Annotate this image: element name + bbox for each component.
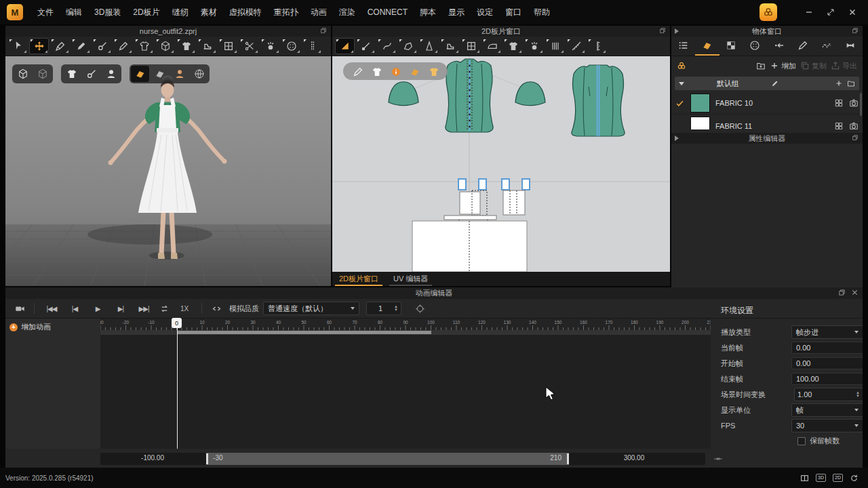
FPS-dropdown[interactable]: 30	[791, 419, 863, 432]
object-tab-arrow-pin[interactable]	[767, 37, 791, 56]
object-tab-pen[interactable]	[791, 37, 814, 56]
fabric-view-toggle[interactable]	[151, 66, 169, 82]
fabric-swatch[interactable]	[690, 94, 710, 113]
sewing-machine-tool-button[interactable]	[440, 38, 460, 54]
shirt-tool-button[interactable]	[176, 38, 196, 54]
add-group-icon[interactable]	[835, 79, 843, 87]
menu-item-显示[interactable]: 显示	[442, 0, 471, 24]
float-window-icon[interactable]	[852, 27, 860, 35]
collapse-caret-icon[interactable]	[679, 82, 684, 85]
timeline-range-bar[interactable]: -100.00 -30 210 300.00	[100, 453, 705, 465]
shirt-view-toggle[interactable]	[62, 66, 81, 82]
box3d-view-toggle[interactable]	[33, 66, 52, 82]
panel-arrow-icon[interactable]	[675, 136, 679, 141]
fabric-row[interactable]: FABRIC 10	[671, 92, 863, 115]
prev-frame-button[interactable]: |◀	[63, 305, 86, 312]
menu-item-脚本[interactable]: 脚本	[414, 0, 442, 24]
close-panel-icon[interactable]	[851, 289, 859, 296]
viewport-3d[interactable]	[5, 56, 331, 286]
fabric-overlay-button[interactable]	[407, 64, 422, 78]
badge-2d-icon[interactable]: 2D	[833, 474, 843, 482]
scrollbar-thumb[interactable]	[860, 93, 862, 116]
timeline-track-area[interactable]	[100, 335, 711, 449]
shirt-overlay-button[interactable]	[426, 64, 441, 78]
grid-tool-button[interactable]	[218, 38, 238, 54]
playhead-marker[interactable]: 0	[172, 318, 182, 328]
ruler-v-tool-button[interactable]	[587, 38, 607, 54]
object-tab-button[interactable]	[743, 37, 767, 56]
move-tool-button[interactable]	[29, 38, 49, 54]
skip-end-button[interactable]: ▶▶|	[132, 305, 155, 312]
box3d-tool-button[interactable]	[155, 38, 175, 54]
curve-tool-button[interactable]	[377, 38, 397, 54]
显示单位-dropdown[interactable]: 帧	[791, 403, 863, 417]
pin-view-toggle[interactable]	[82, 66, 100, 82]
range-window[interactable]	[206, 453, 569, 465]
menu-item-渲染[interactable]: 渲染	[333, 0, 361, 24]
tab-2d-pattern-window[interactable]: 2D板片窗口	[335, 272, 382, 286]
pen-tool-button[interactable]	[113, 38, 133, 54]
当前帧-input[interactable]: 0.00	[791, 342, 863, 354]
fabric-render-icon[interactable]	[849, 98, 859, 108]
add-animation-button[interactable]: + 增加动画	[9, 322, 96, 332]
menu-item-动画[interactable]: 动画	[304, 0, 333, 24]
menu-item-设定[interactable]: 设定	[471, 0, 499, 24]
export-fabric-button[interactable]: 导出	[831, 61, 857, 71]
tab-uv-editor[interactable]: UV 编辑器	[389, 272, 432, 286]
结束帧-input[interactable]: 100.00	[791, 373, 863, 385]
fabric-texture-icon[interactable]	[834, 121, 844, 130]
object-tab-fabric[interactable]	[695, 37, 719, 56]
info-overlay-button[interactable]	[388, 64, 403, 78]
transform-tool-button[interactable]	[335, 38, 355, 54]
menu-item-窗口[interactable]: 窗口	[499, 0, 528, 24]
grid-tool-button[interactable]	[461, 38, 481, 54]
menu-item-文件[interactable]: 文件	[31, 0, 60, 24]
track-settings-button[interactable]	[411, 304, 429, 313]
box3d-view-toggle[interactable]	[14, 66, 32, 82]
collapse-range-icon[interactable]	[713, 454, 724, 464]
fabric-row[interactable]: FABRIC 11	[671, 115, 863, 129]
style3d-badge-icon[interactable]	[760, 3, 777, 21]
badge-3d-icon[interactable]: 3D	[816, 474, 826, 482]
fabric-texture-icon[interactable]	[834, 98, 844, 108]
add-fabric-button[interactable]: 增加	[770, 61, 796, 71]
sewing-machine-tool-button[interactable]	[197, 38, 217, 54]
dart-tool-button[interactable]	[419, 38, 439, 54]
开始帧-input[interactable]: 0.00	[791, 357, 863, 369]
播放类型-dropdown[interactable]: 帧步进	[791, 325, 863, 339]
spray-tool-button[interactable]	[260, 38, 280, 54]
spray-tool-button[interactable]	[524, 38, 544, 54]
menu-item-2D板片[interactable]: 2D板片	[127, 0, 165, 24]
scissors-tool-button[interactable]	[239, 38, 259, 54]
next-frame-button[interactable]: ▶|	[109, 305, 132, 312]
zipper-tool-button[interactable]	[302, 38, 322, 54]
shirt-overlay-button[interactable]	[369, 64, 384, 78]
panel-arrow-icon[interactable]	[675, 28, 679, 34]
menu-item-缝纫[interactable]: 缝纫	[166, 0, 195, 24]
float-window-icon[interactable]	[320, 27, 328, 35]
object-tab-list[interactable]	[671, 37, 695, 56]
menu-item-重拓扑[interactable]: 重拓扑	[268, 0, 304, 24]
select-tool-button[interactable]	[8, 38, 28, 54]
menu-item-3D服装[interactable]: 3D服装	[88, 0, 127, 24]
minimize-button[interactable]	[802, 5, 816, 20]
loop-playback-button[interactable]	[155, 304, 173, 313]
range-handle-left[interactable]	[206, 453, 208, 464]
fabric-view-toggle[interactable]	[131, 66, 149, 82]
object-tab-bow[interactable]	[839, 37, 863, 56]
object-tab-checker[interactable]	[719, 37, 743, 56]
menu-item-帮助[interactable]: 帮助	[528, 0, 556, 24]
group-folder-icon[interactable]	[847, 79, 855, 87]
pleats-tool-button[interactable]	[545, 38, 565, 54]
step-spinner[interactable]: 1 ▲▼	[366, 302, 401, 315]
garment-tool-button[interactable]	[134, 38, 154, 54]
import-fabric-button[interactable]	[756, 61, 766, 70]
measure-tool-button[interactable]	[566, 38, 586, 54]
quality-dropdown[interactable]: 普通速度（默认）	[263, 302, 359, 315]
refresh-sync-icon[interactable]	[850, 474, 859, 483]
range-handle-right[interactable]	[567, 453, 569, 464]
场景时间变换-spinner[interactable]: 1.00▲▼	[794, 388, 863, 401]
paint-tool-button[interactable]	[71, 38, 91, 54]
object-tab-stitch[interactable]	[815, 37, 839, 56]
polygon-tool-button[interactable]	[398, 38, 418, 54]
